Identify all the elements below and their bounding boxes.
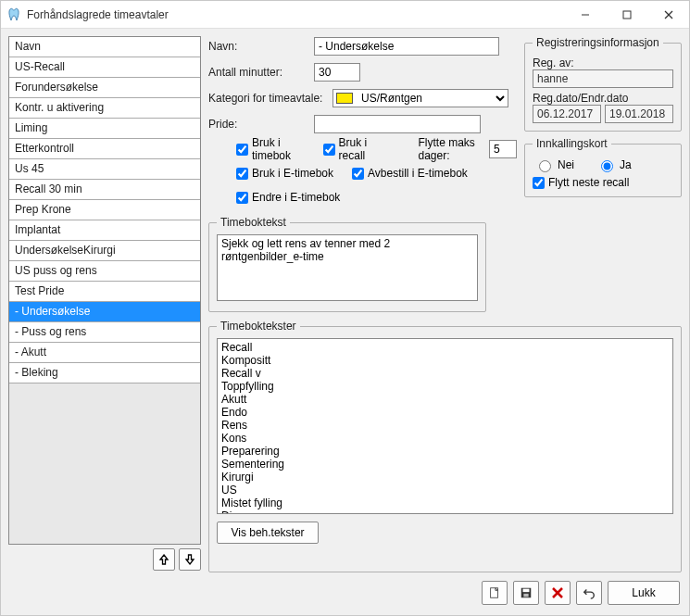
close-button[interactable]: Lukk bbox=[608, 581, 680, 605]
text-list-item[interactable]: Kons bbox=[221, 432, 669, 445]
list-item[interactable]: - Akutt bbox=[9, 343, 200, 363]
list-item[interactable]: Etterkontroll bbox=[9, 139, 200, 159]
delete-button[interactable] bbox=[545, 581, 571, 605]
list-item[interactable]: Forundersøkelse bbox=[9, 78, 200, 98]
maximize-button[interactable] bbox=[606, 1, 647, 29]
text-list-item[interactable]: US bbox=[221, 484, 669, 497]
minimize-button[interactable] bbox=[564, 1, 606, 29]
pride-input[interactable] bbox=[314, 115, 481, 133]
use-etimebook-checkbox[interactable]: Bruk i E-timebok bbox=[236, 167, 333, 180]
timebook-texts-list[interactable]: RecallKomposittRecall vToppfyllingAkuttE… bbox=[217, 338, 673, 514]
pride-label: Pride: bbox=[208, 118, 310, 131]
new-button[interactable] bbox=[482, 581, 508, 605]
move-next-recall-checkbox[interactable]: Flytt neste recall bbox=[533, 176, 673, 189]
registered-by-value bbox=[533, 69, 673, 88]
list-item[interactable]: Prep Krone bbox=[9, 200, 200, 220]
show-treatment-texts-button[interactable]: Vis beh.tekster bbox=[217, 522, 319, 544]
svg-rect-7 bbox=[523, 594, 528, 597]
minutes-input[interactable] bbox=[314, 63, 360, 82]
cancel-etimebook-checkbox[interactable]: Avbestill i E-timebok bbox=[352, 167, 468, 180]
timebook-text-input[interactable] bbox=[217, 234, 478, 301]
text-list-item[interactable]: Preparering bbox=[221, 445, 669, 458]
registered-by-label: Reg. av: bbox=[533, 57, 673, 69]
close-window-button[interactable] bbox=[647, 1, 689, 29]
move-max-days-input[interactable] bbox=[489, 140, 517, 158]
use-recall-checkbox[interactable]: Bruk i recall bbox=[323, 136, 382, 162]
registration-legend: Registreringsinformasjon bbox=[533, 36, 663, 49]
list-item[interactable]: Liming bbox=[9, 119, 200, 139]
list-item[interactable]: US-Recall bbox=[9, 57, 200, 78]
list-item[interactable]: Implantat bbox=[9, 220, 200, 241]
list-item[interactable]: Kontr. u aktivering bbox=[9, 98, 200, 119]
minutes-label: Antall minutter: bbox=[208, 66, 310, 79]
text-list-item[interactable]: Kirurgi bbox=[221, 471, 669, 484]
text-list-item[interactable]: Kompositt bbox=[221, 354, 669, 367]
list-item[interactable]: - Puss og rens bbox=[9, 322, 200, 343]
list-item[interactable]: - Bleking bbox=[9, 363, 200, 383]
category-label: Kategori for timeavtale: bbox=[208, 92, 329, 105]
name-input[interactable] bbox=[314, 37, 499, 56]
edit-etimebook-checkbox[interactable]: Endre i E-timebok bbox=[236, 191, 340, 204]
text-list-item[interactable]: Sementering bbox=[221, 458, 669, 471]
list-item[interactable]: Recall 30 min bbox=[9, 180, 200, 200]
svg-rect-6 bbox=[523, 589, 530, 593]
undo-button[interactable] bbox=[576, 581, 602, 605]
category-select[interactable]: US/Røntgen bbox=[332, 89, 508, 107]
text-list-item[interactable]: Endo bbox=[221, 406, 669, 419]
svg-rect-1 bbox=[623, 11, 631, 19]
text-list-item[interactable]: Recall v bbox=[221, 367, 669, 380]
move-down-button[interactable] bbox=[179, 548, 201, 571]
list-item[interactable]: UndersøkelseKirurgi bbox=[9, 241, 200, 261]
timebook-text-legend: Timeboktekst bbox=[217, 216, 290, 229]
recall-card-yes-radio[interactable]: Ja bbox=[596, 157, 632, 172]
text-list-item[interactable]: Rens bbox=[221, 419, 669, 432]
text-list-item[interactable]: Recall bbox=[221, 341, 669, 354]
category-color-swatch bbox=[336, 93, 353, 104]
appointment-type-list[interactable]: NavnUS-RecallForundersøkelseKontr. u akt… bbox=[8, 36, 201, 545]
use-timebook-checkbox[interactable]: Bruk i timebok bbox=[236, 136, 305, 162]
move-max-days-label: Flytte maks dager: bbox=[419, 136, 483, 162]
reg-date-value bbox=[533, 105, 601, 123]
list-item[interactable]: Navn bbox=[9, 37, 200, 57]
window-title: Forhåndslagrede timeavtaler bbox=[27, 8, 564, 21]
name-label: Navn: bbox=[208, 40, 310, 53]
text-list-item[interactable]: Akutt bbox=[221, 393, 669, 406]
text-list-item[interactable]: Mistet fylling bbox=[221, 497, 669, 509]
reg-date-label: Reg.dato/Endr.dato bbox=[533, 92, 673, 105]
recall-card-no-radio[interactable]: Nei bbox=[534, 157, 574, 172]
timebook-texts-legend: Timeboktekster bbox=[217, 320, 300, 333]
text-list-item[interactable]: Diverse bbox=[221, 509, 669, 514]
list-item[interactable]: - Undersøkelse bbox=[9, 302, 200, 322]
app-icon bbox=[6, 7, 21, 22]
list-item[interactable]: Us 45 bbox=[9, 159, 200, 180]
list-item[interactable]: US puss og rens bbox=[9, 261, 200, 282]
recall-card-legend: Innkallingskort bbox=[533, 137, 611, 150]
move-up-button[interactable] bbox=[153, 548, 175, 571]
text-list-item[interactable]: Toppfylling bbox=[221, 380, 669, 393]
save-button[interactable] bbox=[513, 581, 539, 605]
mod-date-value bbox=[605, 105, 673, 123]
list-item[interactable]: Test Pride bbox=[9, 282, 200, 302]
